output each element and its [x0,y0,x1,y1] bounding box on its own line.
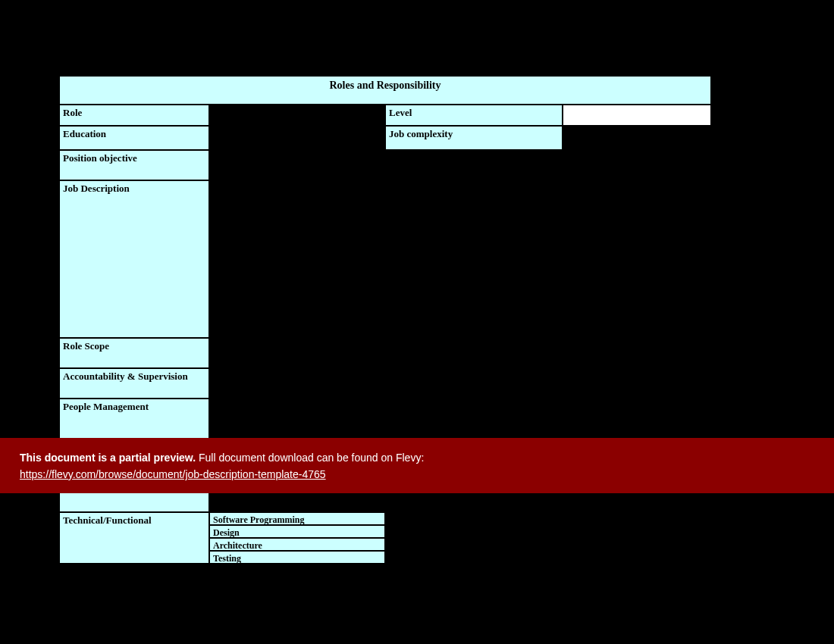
technical-functional-label: Technical/Functional [59,512,209,564]
education-complexity-row: Education Job complexity [59,126,711,150]
position-objective-row: Position objective [59,150,711,180]
position-objective-label: Position objective [59,150,209,180]
technical-functional-row: Technical/Functional Software Programmin… [59,512,711,564]
tech-item-architecture: Architecture [209,538,385,551]
banner-text-line: This document is a partial preview. Full… [20,452,814,464]
job-description-row: Job Description [59,180,711,338]
tech-item-testing: Testing [209,551,385,564]
people-management-label: People Management [59,399,209,429]
role-label: Role [59,105,209,126]
role-scope-row: Role Scope [59,338,711,368]
banner-link[interactable]: https://flevy.com/browse/document/job-de… [20,468,326,480]
accountability-label: Accountability & Supervision [59,368,209,399]
banner-rest-text: Full document download can be found on F… [196,452,424,464]
accountability-row: Accountability & Supervision [59,368,711,399]
preview-banner: This document is a partial preview. Full… [0,438,834,493]
role-scope-label: Role Scope [59,338,209,368]
banner-bold-text: This document is a partial preview. [20,452,196,464]
role-level-row: Role Level [59,105,711,126]
job-description-label: Job Description [59,180,209,338]
title-row: Roles and Responsibility [59,76,711,105]
level-label: Level [385,105,563,126]
job-complexity-label: Job complexity [385,126,563,150]
tech-item-design: Design [209,525,385,538]
title-cell: Roles and Responsibility [59,76,711,105]
people-management-row: People Management [59,399,711,429]
education-label: Education [59,126,209,150]
level-value[interactable] [563,105,711,126]
tech-item-software-programming: Software Programming [209,512,385,525]
